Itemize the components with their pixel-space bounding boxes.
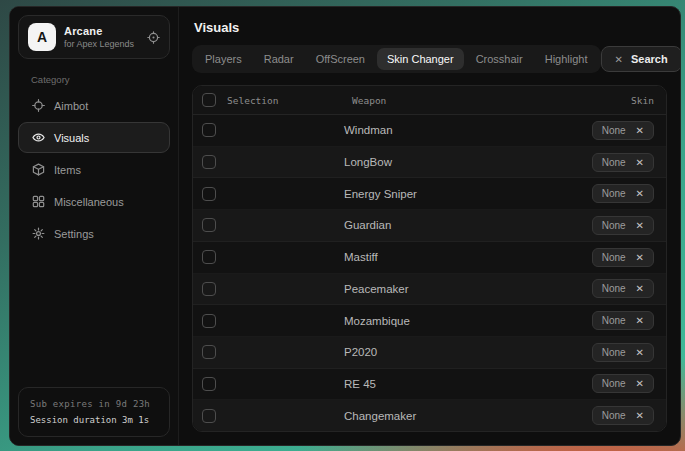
x-icon: ✕ bbox=[615, 54, 623, 65]
grid-icon bbox=[32, 195, 45, 208]
row-checkbox[interactable] bbox=[202, 123, 216, 137]
select-all-checkbox[interactable] bbox=[202, 93, 216, 107]
weapon-column-header: Weapon bbox=[352, 95, 631, 106]
app-title-block: Arcane for Apex Legends bbox=[64, 25, 134, 49]
weapon-name: LongBow bbox=[344, 156, 592, 168]
row-checkbox[interactable] bbox=[202, 409, 216, 423]
sidebar-item-label: Miscellaneous bbox=[54, 196, 124, 208]
row-checkbox[interactable] bbox=[202, 377, 216, 391]
table-row: Peacemaker None ✕ bbox=[193, 274, 666, 306]
skin-chip[interactable]: None ✕ bbox=[592, 374, 654, 393]
remove-skin-icon[interactable]: ✕ bbox=[636, 315, 644, 326]
selection-column-header: Selection bbox=[227, 95, 278, 106]
weapon-name: Windman bbox=[344, 124, 592, 136]
eye-icon bbox=[32, 131, 45, 144]
tab-offscreen[interactable]: OffScreen bbox=[306, 48, 375, 70]
row-checkbox[interactable] bbox=[202, 314, 216, 328]
remove-skin-icon[interactable]: ✕ bbox=[636, 220, 644, 231]
skin-chip[interactable]: None ✕ bbox=[592, 406, 654, 425]
category-section-label: Category bbox=[31, 74, 178, 85]
skin-chip[interactable]: None ✕ bbox=[592, 279, 654, 298]
weapon-name: Guardian bbox=[344, 219, 592, 231]
table-row: Energy Sniper None ✕ bbox=[193, 178, 666, 210]
tab-crosshair[interactable]: Crosshair bbox=[466, 48, 533, 70]
session-duration-text: Session duration 3m 1s bbox=[30, 412, 158, 428]
sidebar-nav: Aimbot Visuals Items Miscellaneous Setti… bbox=[10, 90, 178, 250]
weapon-name: Mozambique bbox=[344, 315, 592, 327]
row-checkbox[interactable] bbox=[202, 155, 216, 169]
row-checkbox[interactable] bbox=[202, 345, 216, 359]
table-header-row: Selection Weapon Skin bbox=[193, 86, 666, 115]
remove-skin-icon[interactable]: ✕ bbox=[636, 157, 644, 168]
skin-chip-label: None bbox=[602, 188, 626, 199]
tab-group: PlayersRadarOffScreenSkin ChangerCrossha… bbox=[192, 45, 601, 73]
row-checkbox[interactable] bbox=[202, 250, 216, 264]
table-row: Windman None ✕ bbox=[193, 115, 666, 147]
table-row: Guardian None ✕ bbox=[193, 210, 666, 242]
sidebar: A Arcane for Apex Legends Category Aimbo… bbox=[10, 7, 179, 445]
tab-players[interactable]: Players bbox=[195, 48, 252, 70]
skin-chip[interactable]: None ✕ bbox=[592, 184, 654, 203]
tab-highlight[interactable]: Highlight bbox=[535, 48, 598, 70]
remove-skin-icon[interactable]: ✕ bbox=[636, 410, 644, 421]
table-body: Windman None ✕ LongBow None ✕ Energy Sni… bbox=[193, 115, 666, 431]
skin-chip-label: None bbox=[602, 410, 626, 421]
skin-chip-label: None bbox=[602, 157, 626, 168]
skin-chip-label: None bbox=[602, 283, 626, 294]
weapon-name: Peacemaker bbox=[344, 283, 592, 295]
table-row: P2020 None ✕ bbox=[193, 337, 666, 369]
app-name: Arcane bbox=[64, 25, 134, 37]
remove-skin-icon[interactable]: ✕ bbox=[636, 283, 644, 294]
skin-chip[interactable]: None ✕ bbox=[592, 121, 654, 140]
sidebar-item-settings[interactable]: Settings bbox=[18, 218, 170, 249]
target-icon[interactable] bbox=[147, 31, 160, 44]
search-button[interactable]: ✕ Search bbox=[601, 46, 681, 72]
tab-radar[interactable]: Radar bbox=[254, 48, 304, 70]
remove-skin-icon[interactable]: ✕ bbox=[636, 347, 644, 358]
sidebar-item-aimbot[interactable]: Aimbot bbox=[18, 90, 170, 121]
remove-skin-icon[interactable]: ✕ bbox=[636, 252, 644, 263]
skin-chip-label: None bbox=[602, 220, 626, 231]
tab-skin-changer[interactable]: Skin Changer bbox=[377, 48, 464, 70]
skin-chip-label: None bbox=[602, 252, 626, 263]
sidebar-item-label: Visuals bbox=[54, 132, 89, 144]
skin-chip[interactable]: None ✕ bbox=[592, 248, 654, 267]
app-logo: A bbox=[28, 23, 56, 51]
skin-chip-label: None bbox=[602, 378, 626, 389]
remove-skin-icon[interactable]: ✕ bbox=[636, 125, 644, 136]
table-row: Mastiff None ✕ bbox=[193, 242, 666, 274]
desktop-background: A Arcane for Apex Legends Category Aimbo… bbox=[0, 0, 685, 451]
row-checkbox[interactable] bbox=[202, 187, 216, 201]
weapon-name: Changemaker bbox=[344, 410, 592, 422]
skin-chip[interactable]: None ✕ bbox=[592, 153, 654, 172]
sidebar-item-label: Items bbox=[54, 164, 81, 176]
sidebar-item-label: Settings bbox=[54, 228, 94, 240]
skin-column-header: Skin bbox=[631, 95, 654, 106]
sidebar-item-label: Aimbot bbox=[54, 100, 88, 112]
weapon-name: RE 45 bbox=[344, 378, 592, 390]
skin-chip-label: None bbox=[602, 347, 626, 358]
row-checkbox[interactable] bbox=[202, 282, 216, 296]
table-row: RE 45 None ✕ bbox=[193, 369, 666, 401]
tab-bar: PlayersRadarOffScreenSkin ChangerCrossha… bbox=[192, 45, 667, 73]
app-header-card: A Arcane for Apex Legends bbox=[18, 15, 170, 59]
skin-chip-label: None bbox=[602, 125, 626, 136]
table-row: Mozambique None ✕ bbox=[193, 305, 666, 337]
skin-chip[interactable]: None ✕ bbox=[592, 216, 654, 235]
sidebar-item-miscellaneous[interactable]: Miscellaneous bbox=[18, 186, 170, 217]
remove-skin-icon[interactable]: ✕ bbox=[636, 378, 644, 389]
skin-chip[interactable]: None ✕ bbox=[592, 311, 654, 330]
search-button-label: Search bbox=[631, 53, 668, 65]
sidebar-item-items[interactable]: Items bbox=[18, 154, 170, 185]
row-checkbox[interactable] bbox=[202, 218, 216, 232]
remove-skin-icon[interactable]: ✕ bbox=[636, 188, 644, 199]
weapon-name: Energy Sniper bbox=[344, 188, 592, 200]
skin-chip[interactable]: None ✕ bbox=[592, 343, 654, 362]
subscription-info-card: Sub expires in 9d 23h Session duration 3… bbox=[18, 387, 170, 437]
weapon-name: Mastiff bbox=[344, 251, 592, 263]
table-row: Changemaker None ✕ bbox=[193, 400, 666, 431]
box-icon bbox=[32, 163, 45, 176]
sidebar-item-visuals[interactable]: Visuals bbox=[18, 122, 170, 153]
page-title: Visuals bbox=[192, 7, 667, 44]
app-window: A Arcane for Apex Legends Category Aimbo… bbox=[9, 6, 681, 446]
